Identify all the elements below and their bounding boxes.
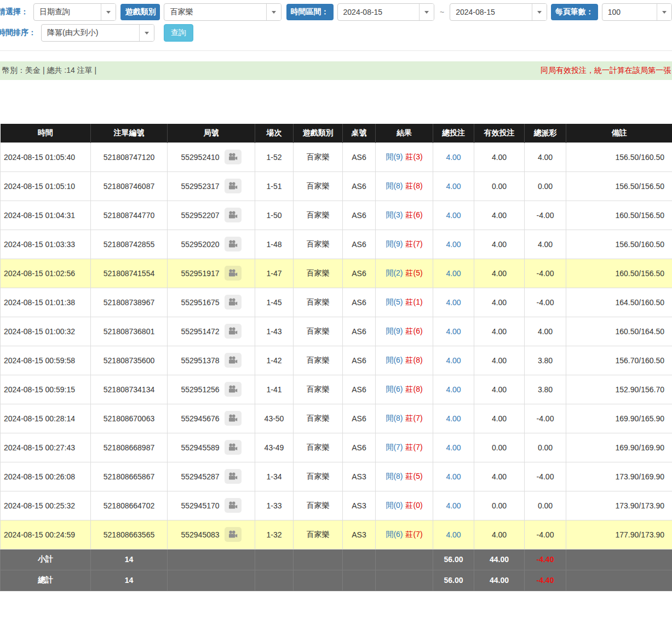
table-row: 2024-08-15 00:59:58 521808735600 5529513…: [1, 346, 672, 375]
cell-note: 160.50/164.50: [566, 317, 672, 346]
result-banker: 莊(1): [406, 297, 423, 306]
replay-video-icon[interactable]: [225, 440, 242, 455]
cell-note: 160.50/156.50: [566, 259, 672, 288]
cell-result: 閒(8)莊(5): [376, 462, 433, 491]
date-to-value: 2024-08-15: [450, 8, 531, 16]
cell-bet-id: 521808746087: [91, 171, 168, 201]
cell-valid-bet: 4.00: [474, 230, 525, 259]
cell-table: AS6: [343, 230, 376, 259]
search-button[interactable]: 查詢: [164, 24, 193, 42]
result-player: 閒(9): [386, 152, 403, 161]
total-row: 總計 14 56.00 44.00 -4.40: [1, 570, 672, 591]
cell-total-bet[interactable]: 4.00: [433, 433, 474, 462]
result-banker: 莊(7): [406, 443, 423, 451]
cell-total-bet[interactable]: 4.00: [433, 404, 474, 433]
replay-video-icon[interactable]: [225, 411, 242, 426]
cell-bet-id: 521808668987: [91, 433, 168, 462]
cell-valid-bet: 4.00: [474, 317, 525, 346]
cell-session: 1-45: [255, 288, 294, 317]
replay-video-icon[interactable]: [225, 498, 242, 513]
chevron-down-icon: [419, 4, 434, 20]
replay-video-icon[interactable]: [225, 527, 242, 542]
result-player: 閒(8): [386, 414, 403, 422]
subtotal-total-bet: 56.00: [433, 549, 474, 570]
sort-label: 時間排序：: [0, 28, 37, 38]
cell-time: 2024-08-15 01:04:31: [1, 201, 91, 230]
cell-table: AS6: [343, 433, 376, 462]
time-range-label: 時間區間：: [286, 4, 334, 20]
replay-video-icon[interactable]: [225, 237, 242, 251]
cell-session: 43-49: [255, 433, 294, 462]
cell-table: AS6: [343, 288, 376, 317]
cell-table: AS6: [343, 404, 376, 433]
result-player: 閒(5): [386, 297, 403, 306]
query-type-select[interactable]: 日期查詢: [33, 3, 116, 21]
header-round: 局號: [168, 124, 255, 142]
cell-total-bet[interactable]: 4.00: [433, 288, 474, 317]
cell-payout: -4.00: [525, 288, 566, 317]
replay-video-icon[interactable]: [225, 208, 242, 222]
cell-total-bet[interactable]: 4.00: [433, 317, 474, 346]
cell-total-bet[interactable]: 4.00: [433, 142, 474, 171]
cell-total-bet[interactable]: 4.00: [433, 491, 474, 520]
cell-time: 2024-08-15 01:05:40: [1, 142, 91, 171]
cell-payout: 4.00: [525, 142, 566, 171]
cell-valid-bet: 4.00: [474, 201, 525, 230]
result-banker: 莊(5): [406, 472, 423, 480]
date-range-separator: ~: [438, 8, 446, 16]
cell-total-bet[interactable]: 4.00: [433, 520, 474, 549]
round-number: 552951472: [181, 327, 219, 336]
cell-valid-bet: 4.00: [474, 404, 525, 433]
cell-valid-bet: 4.00: [474, 375, 525, 404]
cell-total-bet[interactable]: 4.00: [433, 201, 474, 230]
cell-note: 164.50/160.50: [566, 288, 672, 317]
game-type-label: 遊戲類別: [120, 4, 160, 20]
cell-round: 552951917: [168, 259, 255, 288]
cell-game-type: 百家樂: [294, 491, 343, 520]
date-to-select[interactable]: 2024-08-15: [450, 3, 547, 21]
per-page-select[interactable]: 100: [602, 3, 672, 21]
replay-video-icon[interactable]: [225, 179, 242, 193]
cell-valid-bet: 4.00: [474, 520, 525, 549]
cell-total-bet[interactable]: 4.00: [433, 230, 474, 259]
cell-game-type: 百家樂: [294, 404, 343, 433]
replay-video-icon[interactable]: [225, 382, 242, 397]
total-label: 總計: [1, 570, 91, 591]
cell-result: 閒(2)莊(5): [376, 259, 433, 288]
cell-time: 2024-08-15 00:27:43: [1, 433, 91, 462]
total-valid-bet: 44.00: [474, 570, 525, 591]
cell-table: AS6: [343, 171, 376, 201]
replay-video-icon[interactable]: [225, 150, 242, 164]
replay-video-icon[interactable]: [225, 324, 242, 339]
filter-row-2: 時間排序： 降冪(由大到小) 查詢: [0, 24, 672, 42]
date-from-select[interactable]: 2024-08-15: [337, 3, 434, 21]
cell-session: 1-48: [255, 230, 294, 259]
sort-order-select[interactable]: 降冪(由大到小): [41, 24, 154, 42]
cell-result: 閒(7)莊(7): [376, 433, 433, 462]
replay-video-icon[interactable]: [225, 469, 242, 484]
cell-total-bet[interactable]: 4.00: [433, 346, 474, 375]
cell-total-bet[interactable]: 4.00: [433, 375, 474, 404]
cell-total-bet[interactable]: 4.00: [433, 259, 474, 288]
cell-round: 552945083: [168, 520, 255, 549]
cell-total-bet[interactable]: 4.00: [433, 462, 474, 491]
cell-result: 閒(5)莊(1): [376, 288, 433, 317]
cell-round: 552951256: [168, 375, 255, 404]
chevron-down-icon: [266, 4, 281, 20]
replay-video-icon[interactable]: [225, 295, 242, 310]
cell-note: 160.50/156.50: [566, 201, 672, 230]
replay-video-icon[interactable]: [225, 266, 242, 281]
game-type-select[interactable]: 百家樂: [164, 3, 281, 21]
cell-session: 1-47: [255, 259, 294, 288]
table-row: 2024-08-15 01:04:31 521808744770 5529522…: [1, 201, 672, 230]
cell-session: 1-42: [255, 346, 294, 375]
cell-valid-bet: 4.00: [474, 462, 525, 491]
cell-note: 169.90/165.90: [566, 404, 672, 433]
replay-video-icon[interactable]: [225, 353, 242, 368]
cell-round: 552945170: [168, 491, 255, 520]
cell-bet-id: 521808742855: [91, 230, 168, 259]
cell-session: 1-34: [255, 462, 294, 491]
cell-total-bet[interactable]: 4.00: [433, 171, 474, 201]
result-player: 閒(6): [386, 356, 403, 364]
header-time: 時間: [1, 124, 91, 142]
